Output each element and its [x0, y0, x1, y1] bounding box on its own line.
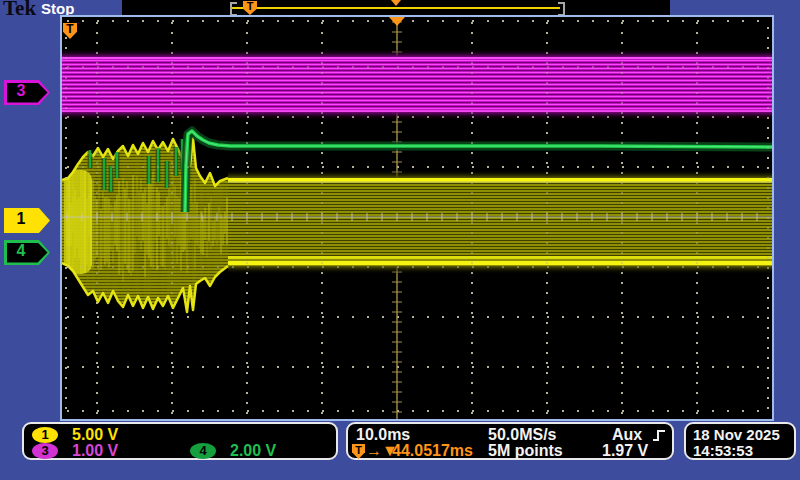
date-readout: 18 Nov 2025 — [693, 426, 780, 443]
vertical-readout-box[interactable]: 1 5.00 V 3 1.00 V 4 2.00 V — [22, 422, 338, 460]
waveform-display — [60, 15, 774, 421]
trigger-level-readout: 1.97 V — [602, 442, 648, 460]
trigger-delay-t-icon: T — [352, 444, 365, 459]
record-window-left-bracket — [230, 2, 237, 16]
record-view-bar: T — [122, 0, 670, 16]
ch1-badge: 1 — [32, 427, 58, 443]
channel-3-marker-label: 3 — [4, 82, 38, 100]
record-window-right-bracket — [558, 2, 565, 16]
record-window-line — [232, 7, 560, 9]
ch3-scale: 1.00 V — [72, 442, 118, 460]
ch4-badge: 4 — [190, 443, 216, 459]
trigger-position-readout: 44.0517ms — [392, 442, 473, 460]
datetime-box: 18 Nov 2025 14:53:53 — [684, 422, 796, 460]
trigger-slope-rising-icon — [652, 428, 668, 443]
ch4-scale: 2.00 V — [230, 442, 276, 460]
waveform-svg — [62, 17, 772, 419]
channel-4-marker[interactable]: 4 — [4, 240, 50, 265]
channel-1-marker-label: 1 — [4, 210, 38, 228]
record-trigger-t-icon[interactable]: T — [243, 1, 257, 15]
channel-1-marker[interactable]: 1 — [4, 208, 50, 233]
record-trigger-position-icon — [391, 0, 401, 6]
ch3-badge: 3 — [32, 443, 58, 459]
horizontal-trigger-readout-box[interactable]: 10.0ms 50.0MS/s Aux T →▼ 44.0517ms 5M po… — [346, 422, 674, 460]
oscilloscope-screen: { "header": { "logo": "Tek", "status": "… — [0, 0, 800, 480]
time-readout: 14:53:53 — [693, 442, 753, 459]
trigger-position-marker-icon[interactable] — [389, 17, 405, 26]
channel-4-marker-label: 4 — [4, 242, 38, 260]
record-length-readout: 5M points — [488, 442, 563, 460]
channel-3-marker[interactable]: 3 — [4, 80, 50, 105]
tek-logo: Tek — [3, 0, 36, 21]
